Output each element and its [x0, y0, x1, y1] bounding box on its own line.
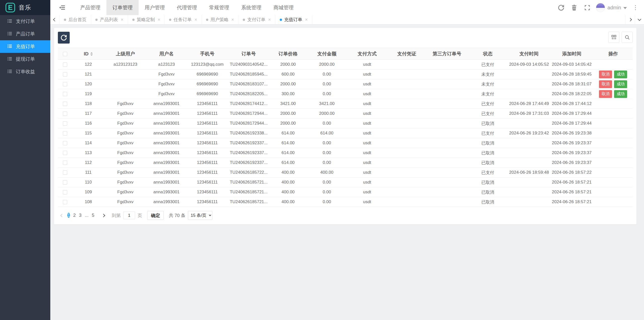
more-menu-icon[interactable]: ⋮ — [628, 4, 641, 11]
brand-logo[interactable]: E 音乐 — [0, 0, 50, 15]
row-checkbox[interactable] — [63, 161, 67, 165]
row-checkbox[interactable] — [63, 102, 67, 106]
pagination-page[interactable]: 3 — [79, 213, 82, 218]
select-all-checkbox[interactable] — [63, 52, 67, 56]
cell-actions — [594, 60, 633, 69]
row-checkbox[interactable] — [63, 170, 67, 175]
tab-item[interactable]: 产品列表× — [91, 15, 128, 24]
cell-username: Fgd3vxv — [146, 79, 187, 89]
column-label: 订单号 — [242, 51, 256, 56]
close-tab-icon[interactable]: × — [121, 17, 124, 22]
page-jump-input[interactable] — [123, 211, 135, 219]
top-nav-item[interactable]: 用户管理 — [139, 0, 171, 15]
collapse-menu-icon[interactable] — [50, 0, 74, 15]
row-checkbox[interactable] — [63, 131, 67, 135]
jump-prefix-label: 到第 — [112, 212, 121, 219]
columns-toggle-button[interactable] — [608, 32, 619, 43]
close-tab-icon[interactable]: × — [194, 17, 197, 22]
row-checkbox[interactable] — [63, 151, 67, 155]
sidebar-item-label: 充值订单 — [16, 43, 35, 50]
avatar[interactable] — [596, 3, 605, 12]
page-size-select[interactable]: 15 条/页 — [188, 211, 212, 220]
tab-item[interactable]: 任务订单× — [165, 15, 202, 24]
cell-pay_method: usdt — [347, 138, 387, 148]
top-nav-item[interactable]: 产品管理 — [74, 0, 106, 15]
cell-order_no: TU240626185721... — [228, 197, 269, 207]
cell-pay_time — [508, 148, 550, 158]
sidebar-item[interactable]: 产品订单 — [0, 28, 50, 40]
close-tab-icon[interactable]: × — [158, 17, 160, 22]
cell-pay_method: usdt — [347, 158, 387, 168]
tab-item[interactable]: 支付订单× — [238, 15, 275, 24]
page-jump-confirm-button[interactable]: 确定 — [147, 211, 164, 220]
pagination-page[interactable]: 1 — [67, 213, 70, 218]
pagination-prev-button[interactable] — [61, 213, 63, 218]
tab-item[interactable]: 用户策略× — [202, 15, 239, 24]
cell-third_order_no — [426, 197, 468, 207]
fullscreen-icon[interactable] — [581, 0, 594, 15]
tabs-scroll-left-button[interactable] — [50, 15, 60, 24]
cell-paid_amount: 3421.00 — [307, 99, 347, 109]
top-nav-item[interactable]: 代理管理 — [171, 0, 203, 15]
cell-pay_time — [508, 158, 550, 168]
top-nav-item[interactable]: 商城管理 — [267, 0, 300, 15]
cell-pay_time — [508, 89, 550, 99]
user-name[interactable]: admin — [608, 5, 621, 11]
row-checkbox[interactable] — [63, 200, 67, 204]
confirm-success-button[interactable]: 成功 — [614, 70, 627, 78]
confirm-success-button[interactable]: 成功 — [614, 90, 627, 98]
column-header-status: 状态 — [468, 48, 508, 60]
column-label: 操作 — [608, 51, 618, 56]
cell-order_no: TU240628183107... — [228, 79, 269, 89]
table-row: 111Fgd3vxvanna1993001123456111TU24062618… — [58, 168, 633, 177]
column-label: 订单价格 — [278, 51, 298, 56]
top-nav-item[interactable]: 常规管理 — [203, 0, 235, 15]
close-tab-icon[interactable]: × — [268, 17, 271, 22]
sort-icon[interactable] — [90, 52, 93, 56]
tab-item[interactable]: 充值订单× — [275, 15, 312, 24]
sidebar-item[interactable]: 充值订单 — [0, 40, 50, 53]
row-checkbox[interactable] — [63, 92, 67, 96]
tabs-scroll-right-button[interactable] — [625, 15, 635, 24]
cell-status: 已支付 — [468, 99, 508, 109]
row-checkbox[interactable] — [63, 190, 67, 194]
close-tab-icon[interactable]: × — [305, 17, 308, 22]
top-nav: 产品管理订单管理用户管理代理管理常规管理系统管理商城管理 — [74, 0, 300, 15]
sidebar-item-label: 支付订单 — [16, 18, 35, 25]
sidebar-item[interactable]: 提现订单 — [0, 53, 50, 65]
pagination-page[interactable]: 2 — [73, 213, 76, 218]
pagination-page[interactable]: 5 — [92, 213, 94, 218]
row-checkbox[interactable] — [63, 82, 67, 86]
top-nav-item[interactable]: 系统管理 — [235, 0, 267, 15]
row-checkbox[interactable] — [63, 112, 67, 116]
row-checkbox[interactable] — [63, 121, 67, 126]
sidebar-item[interactable]: 支付订单 — [0, 15, 50, 28]
table-row: 114Fgd3vxvanna1993001123456111TU24062619… — [58, 138, 633, 148]
cell-pay_method: usdt — [347, 89, 387, 99]
close-tab-icon[interactable]: × — [231, 17, 234, 22]
row-checkbox[interactable] — [63, 180, 67, 185]
table-search-button[interactable] — [622, 32, 633, 43]
row-checkbox[interactable] — [63, 141, 67, 145]
table-refresh-button[interactable] — [58, 32, 70, 44]
row-checkbox[interactable] — [63, 72, 67, 77]
row-checkbox[interactable] — [63, 62, 67, 67]
cell-actions — [594, 109, 633, 119]
pagination-next-button[interactable] — [102, 213, 105, 218]
cell-add_time: 2024-06-26 18:57:22 — [550, 168, 594, 177]
chevron-down-icon[interactable] — [623, 7, 627, 9]
tab-item[interactable]: 策略定制× — [128, 15, 165, 24]
cell-paid_amount: 0.00 — [307, 138, 347, 148]
cancel-order-button[interactable]: 取消 — [599, 90, 612, 98]
trash-icon[interactable] — [568, 0, 581, 15]
refresh-icon[interactable] — [555, 0, 568, 15]
sidebar-item[interactable]: 订单收益 — [0, 65, 50, 78]
confirm-success-button[interactable]: 成功 — [614, 80, 627, 88]
cell-phone: 123456111 — [187, 138, 228, 148]
tabs-menu-button[interactable] — [635, 15, 644, 24]
cancel-order-button[interactable]: 取消 — [599, 70, 612, 78]
top-nav-item[interactable]: 订单管理 — [106, 0, 139, 15]
cancel-order-button[interactable]: 取消 — [599, 80, 612, 88]
cell-id: 114 — [72, 138, 104, 148]
tab-item[interactable]: 后台首页 — [60, 15, 91, 24]
